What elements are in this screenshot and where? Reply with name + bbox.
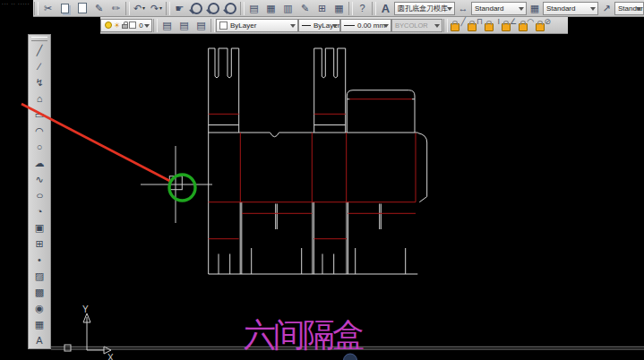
- designcenter-button[interactable]: ▦: [262, 1, 279, 16]
- layers-properties-toolbar: ☀ 0 ▤▤▤ ByLayer ByLayer 0.00 mm BYCOLOR: [100, 17, 568, 34]
- help-button[interactable]: ?: [354, 1, 371, 16]
- text-style-value: 圆孔底盒刀模库: [398, 4, 448, 13]
- help-icon: ?: [359, 4, 365, 13]
- polyline-tool[interactable]: ↯: [30, 74, 49, 90]
- layer-select[interactable]: ☀ 0: [100, 19, 152, 32]
- cut-button[interactable]: ✂: [39, 1, 56, 16]
- dim-horizontal-lock-button[interactable]: ⊓: [466, 18, 483, 33]
- linetype-sample-line: [302, 25, 311, 26]
- mleader-style-manager-button[interactable]: ↗: [598, 1, 614, 16]
- spline-tool[interactable]: ∿: [30, 171, 49, 187]
- polygon-tool[interactable]: ⌂: [30, 90, 49, 107]
- tool-palettes-icon: ▥: [283, 4, 292, 13]
- designcenter-icon: ▦: [266, 4, 275, 13]
- revision-cloud-tool[interactable]: ☁: [30, 155, 49, 171]
- zoom-previous-button[interactable]: [222, 1, 239, 16]
- text-style-manager-button[interactable]: A: [377, 1, 394, 16]
- layer-previous-button[interactable]: ▤: [193, 18, 210, 33]
- layer-properties-manager-button[interactable]: ▤: [176, 18, 193, 33]
- box-label-line2-clipped: 刀模图: [261, 356, 347, 360]
- table-tool[interactable]: ▦: [30, 316, 49, 332]
- sheet-set-manager-button[interactable]: ⊞: [313, 1, 331, 16]
- dim-vertical-lock-button[interactable]: I: [483, 18, 500, 33]
- lineweight-value: 0.00 mm: [357, 21, 385, 30]
- padlock-icon: [468, 23, 477, 31]
- dieline-drawing: [209, 48, 427, 274]
- markup-set-manager-button[interactable]: ✎: [296, 1, 313, 16]
- gradient-tool[interactable]: ▩: [30, 284, 49, 300]
- insert-block-tool[interactable]: ▣: [30, 219, 49, 236]
- linetype-select[interactable]: ByLayer: [298, 19, 340, 32]
- ucs-icon: YX: [64, 304, 114, 360]
- quickcalc-icon: ▦: [334, 4, 343, 13]
- tool-palettes-button[interactable]: ▥: [279, 1, 296, 16]
- block-editor-button[interactable]: ✏: [107, 1, 125, 16]
- dimension-glyph-icon: ∠: [510, 18, 517, 26]
- circle-tool[interactable]: ○: [30, 139, 49, 155]
- chevron-down-icon: [590, 7, 596, 11]
- paste-button[interactable]: [73, 1, 90, 16]
- zoom-window-button[interactable]: [205, 1, 222, 16]
- plot-style-select: BYCOLOR: [391, 19, 442, 32]
- copy-button[interactable]: [56, 1, 73, 16]
- toolbar-separator: [348, 2, 353, 15]
- dim-angular-lock-button[interactable]: ∠: [500, 18, 517, 33]
- line-tool[interactable]: ╱: [30, 42, 49, 58]
- construction-line-tool[interactable]: ∕: [30, 58, 49, 74]
- arc-tool-icon: ◠: [35, 126, 44, 136]
- point-tool[interactable]: •: [30, 252, 49, 268]
- properties-palette-icon: ▤: [249, 4, 258, 13]
- text-style-select[interactable]: 圆孔底盒刀模库: [394, 2, 455, 15]
- chevron-down-icon: ▾: [159, 5, 162, 11]
- toolbar-grip-handle[interactable]: [31, 37, 47, 41]
- hatch-tool[interactable]: ▨: [30, 268, 49, 284]
- mleader-style-select[interactable]: Standard: [614, 2, 644, 15]
- undo-button[interactable]: ↶▾: [131, 1, 148, 16]
- make-object-layer-current-button[interactable]: ▤: [159, 18, 176, 33]
- region-tool-icon: ◉: [35, 304, 44, 313]
- cad-application-window: 六间隔盒刀模图YX ··· ·· ····· ✂✎✏↶▾↷▾☛▤▦▥✎⊞▦? A…: [0, 0, 644, 360]
- zoom-realtime-button[interactable]: [188, 1, 205, 16]
- polyline-tool-icon: ↯: [35, 78, 43, 88]
- quickcalc-button[interactable]: ▦: [331, 1, 348, 16]
- redo-icon: ↷: [150, 4, 159, 13]
- multiline-text-tool[interactable]: A: [30, 332, 49, 348]
- color-select[interactable]: ByLayer: [216, 19, 298, 32]
- redo-button[interactable]: ↷▾: [148, 1, 165, 16]
- gradient-tool-icon: ▩: [35, 287, 44, 297]
- dim-style-manager-button[interactable]: ↔: [455, 1, 471, 16]
- zoom-previous-icon: [225, 3, 236, 14]
- region-tool[interactable]: ◉: [30, 300, 49, 316]
- dim-diameter-lock-button[interactable]: ⊘: [534, 18, 551, 33]
- make-block-tool[interactable]: ⊞: [30, 236, 49, 252]
- ellipse-tool-icon: ○: [36, 191, 44, 200]
- dim-radius-lock-button[interactable]: ◠: [517, 18, 534, 33]
- ellipse-arc-tool[interactable]: ◔: [30, 203, 49, 219]
- pan-realtime-button[interactable]: ☛: [171, 1, 188, 16]
- match-properties-icon: ✎: [95, 4, 103, 13]
- arc-tool[interactable]: ◠: [30, 123, 49, 139]
- properties-palette-button[interactable]: ▤: [245, 1, 262, 16]
- revision-cloud-tool-icon: ☁: [35, 159, 45, 168]
- pan-realtime-icon: ☛: [176, 4, 185, 13]
- copy-icon: [61, 4, 69, 13]
- chevron-down-icon: [144, 24, 150, 28]
- dim-style-select[interactable]: Standard: [471, 2, 527, 15]
- drawing-canvas[interactable]: 六间隔盒刀模图YX: [0, 0, 644, 360]
- mleader-style-icon: ↗: [602, 4, 610, 13]
- table-style-manager-button[interactable]: ▦: [527, 1, 543, 16]
- ellipse-tool[interactable]: ○: [30, 187, 49, 203]
- zoom-realtime-icon: [191, 3, 202, 14]
- match-properties-button[interactable]: ✎: [90, 1, 107, 16]
- dim-style-value: Standard: [475, 4, 503, 13]
- table-style-select[interactable]: Standard: [543, 2, 598, 15]
- table-style-icon: ▦: [530, 4, 539, 13]
- table-style-value: Standard: [546, 4, 575, 13]
- lineweight-sample-line: [344, 25, 355, 26]
- chevron-down-icon: [290, 24, 296, 28]
- rectangle-tool[interactable]: ▭: [30, 107, 49, 123]
- dim-aligned-lock-button[interactable]: ╱: [449, 18, 466, 33]
- lineweight-select[interactable]: 0.00 mm: [340, 19, 391, 32]
- chevron-down-icon: [434, 24, 440, 28]
- draw-toolbar: ╱∕↯⌂▭◠○☁∿○◔▣⊞•▨▩◉▦A: [28, 34, 51, 349]
